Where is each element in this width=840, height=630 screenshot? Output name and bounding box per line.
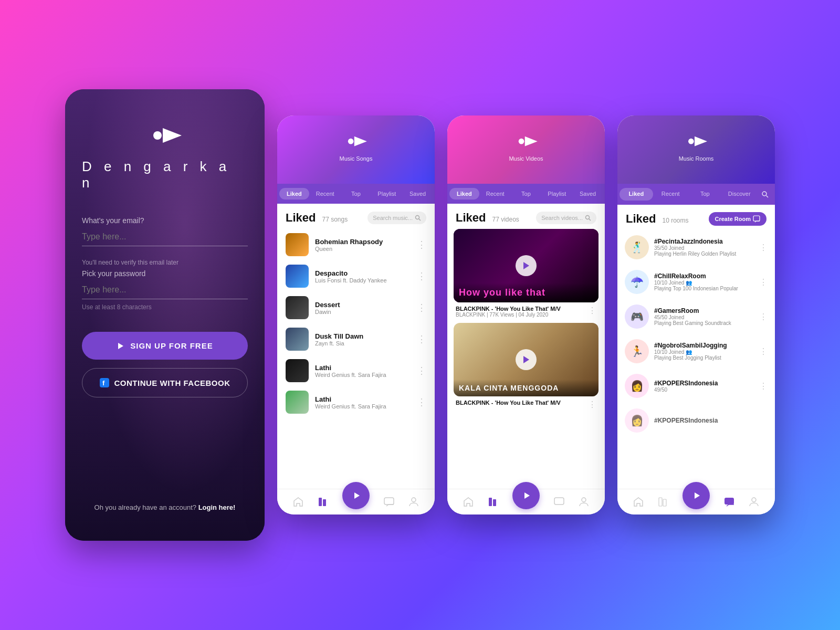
room-name-1: #PecintaJazzIndonesia [654,238,754,245]
svg-point-5 [348,139,354,144]
song-item-6[interactable]: Lathi Weird Genius ft. Sara Fajira ⋮ [277,386,435,418]
svg-point-26 [582,498,586,502]
tab-top-rooms[interactable]: Top [688,188,722,201]
svg-point-37 [752,498,756,502]
song-title-4: Dusk Till Dawn [315,332,411,340]
signup-button[interactable]: SIGN UP FOR FREE [82,332,248,360]
nav-chat[interactable] [383,496,395,508]
tab-playlist-songs[interactable]: Playlist [372,188,402,200]
tab-recent-songs[interactable]: Recent [310,188,340,200]
login-prompt: Oh you already have an account? Login he… [94,503,236,511]
song-item-1[interactable]: Bohemian Rhapsody Queen ⋮ [277,229,435,260]
nav-play[interactable] [342,482,370,509]
room-more-5[interactable]: ⋮ [759,381,768,391]
room-item-2[interactable]: ☂️ #ChillRelaxRoom 10/10 Joined 👥 Playin… [617,265,775,299]
rooms-nav-home[interactable] [633,496,644,508]
song-more-3[interactable]: ⋮ [417,302,426,313]
create-room-button[interactable]: Create Room [709,212,766,226]
screen-signup: D e n g a r k a n What's your email? You… [65,89,265,541]
songs-tab-bar: Liked Recent Top Playlist Saved [277,184,435,204]
room-more-2[interactable]: ⋮ [759,277,768,287]
svg-text:f: f [102,379,105,387]
videos-bottom-nav [447,489,605,514]
videos-nav-chat[interactable] [553,496,565,508]
song-item-3[interactable]: Dessert Dawin ⋮ [277,292,435,323]
song-more-6[interactable]: ⋮ [417,396,426,408]
song-artist-3: Dawin [315,309,411,315]
tab-saved-videos[interactable]: Saved [573,188,603,200]
song-title-3: Dessert [315,301,411,309]
nav-home[interactable] [292,496,304,508]
tab-discover-rooms[interactable]: Discover [723,188,757,201]
song-item-5[interactable]: Lathi Weird Genius ft. Sara Fajira ⋮ [277,355,435,386]
email-input[interactable] [82,228,248,246]
video-sub-1: BLACKPINK | 77K Views | 04 July 2020 [456,312,561,318]
room-name-4: #NgobrolSambilJogging [654,342,754,349]
videos-nav-profile[interactable] [578,496,590,508]
svg-point-15 [518,139,524,144]
facebook-icon: f [100,378,109,387]
song-item-4[interactable]: Dusk Till Dawn Zayn ft. Sia ⋮ [277,323,435,355]
video-item-2[interactable]: KALA CINTA MENGGODA BLACKPINK - 'How You… [447,323,605,415]
rooms-tab-bar: Liked Recent Top Discover [617,184,775,205]
video-item-1[interactable]: How you like that BLACKPINK - 'How You L… [447,229,605,323]
tab-liked-rooms[interactable]: Liked [620,188,653,201]
song-more-5[interactable]: ⋮ [417,365,426,376]
videos-section-title: Liked [456,211,486,225]
videos-list: How you like that BLACKPINK - 'How You L… [447,229,605,489]
videos-search-btn[interactable]: Search videos... [536,212,596,224]
videos-nav-home[interactable] [463,496,474,508]
password-input[interactable] [82,281,248,299]
room-more-3[interactable]: ⋮ [759,312,768,322]
nav-profile[interactable] [408,496,419,508]
video-more-2[interactable]: ⋮ [588,400,596,410]
videos-count: 77 videos [492,216,519,223]
song-artist-4: Zayn ft. Sia [315,340,411,346]
nav-music[interactable] [317,496,329,508]
play-overlay-2 [454,323,598,396]
song-more-1[interactable]: ⋮ [417,239,426,250]
login-link[interactable]: Login here! [198,503,236,511]
videos-nav-music[interactable] [487,496,499,508]
rooms-nav-profile[interactable] [748,496,760,508]
rooms-nav-chat[interactable] [723,496,735,508]
songs-search-btn[interactable]: Search music... [368,212,426,224]
room-more-1[interactable]: ⋮ [759,243,768,253]
videos-nav-play[interactable] [512,482,540,509]
songs-bottom-nav [277,489,435,514]
room-count-2: 10/10 Joined 👥 [654,280,754,286]
song-title-1: Bohemian Rhapsody [315,238,411,246]
tab-recent-videos[interactable]: Recent [480,188,510,200]
tab-liked-songs[interactable]: Liked [279,188,309,200]
tab-top-songs[interactable]: Top [341,188,371,200]
tab-top-videos[interactable]: Top [511,188,541,200]
rooms-nav-play[interactable] [682,482,710,509]
video-title-2: BLACKPINK - 'How You Like That' M/V [456,400,561,406]
songs-header-title: Music Songs [340,155,373,162]
song-title-5: Lathi [315,364,411,372]
rooms-nav-music[interactable] [657,496,669,508]
video-more-1[interactable]: ⋮ [588,306,596,316]
room-item-5[interactable]: 👩 #KPOPERSIndonesia 49/50 ⋮ [617,369,775,403]
screen-songs: Music Songs Liked Recent Top Playlist Sa… [277,116,435,514]
room-count-1: 35/50 Joined [654,245,754,251]
rooms-search-icon[interactable] [757,188,773,201]
svg-marker-1 [163,128,182,143]
facebook-button[interactable]: f CONTINUE WITH FACEBOOK [82,368,248,397]
room-item-4[interactable]: 🏃 #NgobrolSambilJogging 10/10 Joined 👥 P… [617,334,775,369]
song-item-2[interactable]: Despacito Luis Fonsi ft. Daddy Yankee ⋮ [277,260,435,292]
room-item-1[interactable]: 🕺 #PecintaJazzIndonesia 35/50 Joined Pla… [617,230,775,265]
tab-playlist-videos[interactable]: Playlist [542,188,572,200]
room-name-2: #ChillRelaxRoom [654,272,754,280]
tab-saved-songs[interactable]: Saved [403,188,433,200]
song-more-2[interactable]: ⋮ [417,270,426,282]
svg-marker-16 [524,136,537,146]
song-artist-5: Weird Genius ft. Sara Fajira [315,372,411,378]
tab-liked-videos[interactable]: Liked [449,188,479,200]
songs-header: Music Songs [277,116,435,184]
song-more-4[interactable]: ⋮ [417,333,426,345]
room-item-6[interactable]: 👩 #KPOPERSIndonesia [617,403,775,438]
room-more-4[interactable]: ⋮ [759,346,768,356]
tab-recent-rooms[interactable]: Recent [654,188,688,201]
room-item-3[interactable]: 🎮 #GamersRoom 45/50 Joined Playing Best … [617,299,775,334]
